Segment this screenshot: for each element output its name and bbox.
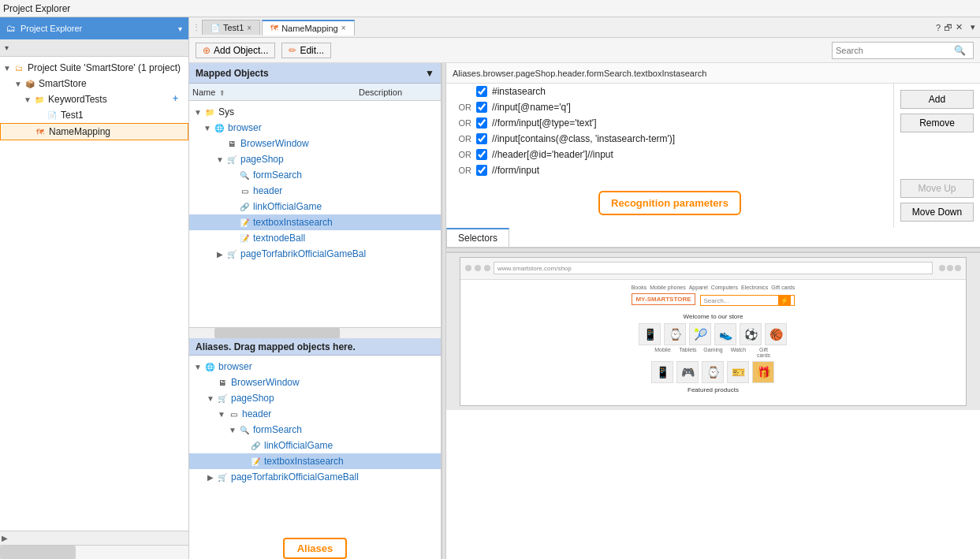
restore-btn[interactable]: 🗗 xyxy=(944,23,952,32)
col-name-header: Name ⬆ xyxy=(192,88,359,97)
alias-tree-browser[interactable]: ▼ 🌐 browser xyxy=(189,359,441,375)
alias-tree-formsearch[interactable]: ▼ 🔍 formSearch xyxy=(189,422,441,438)
mapped-panel-collapse[interactable]: ▼ xyxy=(425,68,434,79)
selector-check-6[interactable] xyxy=(476,165,487,176)
product-label-phone: Mobile xyxy=(651,347,673,358)
aliases-label-container: Aliases xyxy=(189,538,441,559)
mapped-tree-header[interactable]: ▶ ▭ header xyxy=(189,183,441,199)
browser-btn-3 xyxy=(955,265,961,271)
tree-item-namemapping[interactable]: ▶ 🗺 NameMapping xyxy=(0,123,188,140)
tab-test1-close[interactable]: × xyxy=(247,24,252,32)
store-nav: Books Mobile phones Apparel Computers El… xyxy=(465,285,961,290)
product-ball: 🎾 xyxy=(689,323,711,345)
mapped-tree-pageshop[interactable]: ▼ 🛒 pageShop xyxy=(189,151,441,167)
mapped-tree-browserwindow[interactable]: ▶ 🖥 BrowserWindow xyxy=(189,136,441,151)
tab-nm-close[interactable]: × xyxy=(341,24,346,32)
tree-item-test1[interactable]: ▶ 📄 Test1 xyxy=(0,107,188,123)
alias-toggle-browser[interactable]: ▼ xyxy=(192,363,203,371)
product-gamepad: 🎮 xyxy=(676,361,699,383)
mapped-tree-browser[interactable]: ▼ 🌐 browser xyxy=(189,120,441,136)
tab-test1[interactable]: 📄 Test1 × xyxy=(202,20,260,35)
mapped-tree-pagetorfabrik[interactable]: ▶ 🛒 pageTorfabrikOfficialGameBal xyxy=(189,246,441,262)
add-object-button[interactable]: ⊕ Add Object... xyxy=(196,43,275,58)
alias-tree-pageshop[interactable]: ▼ 🛒 pageShop xyxy=(189,390,441,406)
product-phone2: 📱 xyxy=(651,361,673,383)
toggle-smartstore[interactable]: ▼ xyxy=(13,80,24,88)
left-panel-btn1[interactable]: ▾ xyxy=(178,24,182,33)
left-panel-title: Project Explorer xyxy=(20,24,82,33)
help-link[interactable]: ? xyxy=(936,23,941,32)
toggle-kwt[interactable]: ▼ xyxy=(22,95,33,104)
toggle-suite[interactable]: ▼ xyxy=(2,64,13,73)
selector-check-2[interactable] xyxy=(476,102,487,113)
close-tab-btn[interactable]: ✕ xyxy=(956,22,963,32)
alias-bw-icon: 🖥 xyxy=(216,376,229,389)
tab-test1-icon: 📄 xyxy=(211,24,220,32)
toggle-sys[interactable]: ▼ xyxy=(192,108,203,117)
store-search-btn[interactable]: ⚡ xyxy=(778,295,791,306)
tab-overflow-btn[interactable]: ▾ xyxy=(971,22,975,32)
selector-row-1: #instasearch xyxy=(446,84,893,99)
toggle-tis: ▶ xyxy=(227,218,238,227)
tab-scroll-left[interactable]: ⋮⋮ xyxy=(192,23,202,32)
search-box[interactable]: 🔍 xyxy=(832,42,974,59)
move-up-button[interactable]: Move Up xyxy=(900,179,974,198)
selector-check-1[interactable] xyxy=(476,86,487,97)
nav-item-5: Electronics xyxy=(741,285,768,290)
remove-button[interactable]: Remove xyxy=(900,114,974,132)
add-button[interactable]: Add xyxy=(900,90,974,109)
alias-fs-label: formSearch xyxy=(253,424,302,435)
alias-tree-ptfb[interactable]: ▶ 🛒 pageTorfabrikOfficialGameBall xyxy=(189,469,441,485)
selector-check-5[interactable] xyxy=(476,149,487,160)
alias-toggle-hdr[interactable]: ▼ xyxy=(216,410,227,419)
alias-log-icon: 🔗 xyxy=(249,439,262,452)
alias-tree-tis[interactable]: ▶ 📝 textboxInstasearch xyxy=(189,453,441,469)
mapped-objects-header: Mapped Objects ▼ xyxy=(189,63,441,84)
toggle-browser[interactable]: ▼ xyxy=(202,124,213,132)
store-search-bar[interactable]: Search... ⚡ xyxy=(700,295,795,306)
alias-tree-bw[interactable]: ▶ 🖥 BrowserWindow xyxy=(189,375,441,390)
main-layout: 🗂 Project Explorer ▾ ▾ ▼ 🗂 Project Suite… xyxy=(0,17,980,559)
toggle-ptf[interactable]: ▶ xyxy=(214,250,225,259)
mapped-scrollbar[interactable] xyxy=(189,327,441,338)
left-panel-bottom-arrow[interactable]: ▶ xyxy=(2,534,8,542)
tab-selectors[interactable]: Selectors xyxy=(446,228,509,247)
selector-row-6: OR //form/input xyxy=(446,162,893,178)
alias-toggle-fs[interactable]: ▼ xyxy=(227,426,238,434)
tree-item-smartstore[interactable]: ▼ 📦 SmartStore xyxy=(0,76,188,91)
smartstore-icon: 📦 xyxy=(24,77,36,90)
alias-ps-icon: 🛒 xyxy=(216,392,229,404)
mapped-tree-sys[interactable]: ▼ 📁 Sys xyxy=(189,104,441,120)
nm-icon: 🗺 xyxy=(34,125,47,138)
product-watch: ⌚ xyxy=(664,323,686,345)
tree-item-suite[interactable]: ▼ 🗂 Project Suite 'SmartStore' (1 projec… xyxy=(0,60,188,76)
tab-namemapping[interactable]: 🗺 NameMapping × xyxy=(262,20,354,35)
alias-toggle-ptfb[interactable]: ▶ xyxy=(205,473,216,482)
breadcrumb-text: Aliases.browser.pageShop.header.formSear… xyxy=(453,69,706,78)
product-label-watch: Watch xyxy=(727,347,749,358)
alias-browser-icon: 🌐 xyxy=(203,360,216,373)
move-down-button[interactable]: Move Down xyxy=(900,203,974,222)
alias-toggle-ps[interactable]: ▼ xyxy=(205,394,216,403)
search-input[interactable] xyxy=(836,46,954,55)
toggle-pageshop[interactable]: ▼ xyxy=(214,155,225,164)
alias-tree-log[interactable]: ▶ 🔗 linkOfficialGame xyxy=(189,438,441,453)
edit-button[interactable]: ✏ Edit... xyxy=(281,43,331,58)
mapped-tree-formsearch[interactable]: ▶ 🔍 formSearch xyxy=(189,167,441,183)
mapped-tree-textboxinstasearch[interactable]: ▶ 📝 textboxInstasearch xyxy=(189,214,441,230)
suite-icon: 🗂 xyxy=(13,61,25,74)
selector-check-3[interactable] xyxy=(476,117,487,129)
selector-check-4[interactable] xyxy=(476,133,487,144)
dropdown-selector[interactable]: ▾ xyxy=(5,43,9,52)
add-kwt-btn[interactable]: + xyxy=(173,93,185,106)
col-desc-header: Description xyxy=(359,88,438,97)
add-object-icon: ⊕ xyxy=(203,45,211,56)
aliases-tree: ▼ 🌐 browser ▶ 🖥 BrowserWindow ▼ xyxy=(189,356,441,531)
mapped-tree-linkofficialgame[interactable]: ▶ 🔗 linkOfficialGame xyxy=(189,199,441,214)
featured-label: Featured products xyxy=(687,386,739,393)
product-label-gaming: Gaming xyxy=(702,347,724,358)
alias-tree-header[interactable]: ▼ ▭ header xyxy=(189,406,441,422)
tree-item-keywordtests[interactable]: ▼ 📁 KeywordTests + xyxy=(0,91,188,107)
edit-label: Edit... xyxy=(300,45,324,56)
mapped-tree-textnodeball[interactable]: ▶ 📝 textnodeBall xyxy=(189,230,441,246)
